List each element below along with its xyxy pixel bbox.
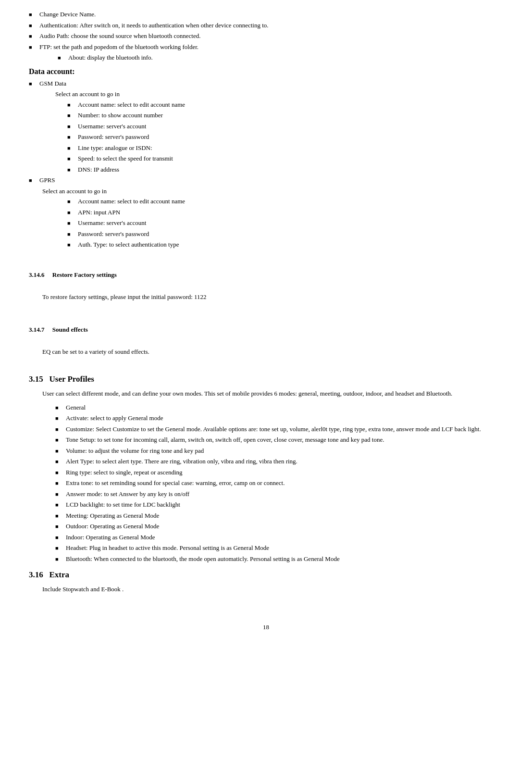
item-text: Bluetooth: When connected to the bluetoo… xyxy=(66,554,503,564)
item-text: Outdoor: Operating as General Mode xyxy=(66,522,503,531)
list-item: ■ APN: input APN xyxy=(67,208,503,217)
section-316-body: Include Stopwatch and E-Book . xyxy=(29,585,503,595)
bullet-icon: ■ xyxy=(55,544,66,552)
item-text: APN: input APN xyxy=(78,208,503,217)
bullet-icon: ■ xyxy=(67,230,78,238)
section-number: 3.15 xyxy=(29,374,43,384)
bullet-icon: ■ xyxy=(58,54,68,62)
item-text: Auth. Type: to select authentication typ… xyxy=(78,240,503,249)
list-item: ■ Username: server's account xyxy=(67,218,503,228)
gsm-sublabel: Select an account to go in xyxy=(29,89,503,99)
list-item: ■ Number: to show account number xyxy=(67,111,503,120)
list-item: ■ Customize: Select Customize to set the… xyxy=(55,424,503,434)
item-text: Answer mode: to set Answer by any key is… xyxy=(66,489,503,499)
gprs-label: GPRS xyxy=(39,175,503,185)
bullet-icon: ■ xyxy=(67,101,78,109)
section-315-heading: 3.15 User Profiles xyxy=(29,374,503,384)
gsm-items-list: ■ Account name: select to edit account n… xyxy=(29,100,503,174)
list-item: ■ Extra tone: to set reminding sound for… xyxy=(55,478,503,488)
gsm-label-item: ■ GSM Data xyxy=(29,79,503,88)
bullet-icon: ■ xyxy=(67,155,78,163)
list-item: ■ Answer mode: to set Answer by any key … xyxy=(55,489,503,499)
bullet-icon: ■ xyxy=(29,11,39,19)
bullet-icon: ■ xyxy=(67,144,78,152)
bullet-icon: ■ xyxy=(67,166,78,174)
list-item: ■ Headset: Plug in headset to active thi… xyxy=(55,543,503,553)
page-content: ■ Change Device Name. ■ Authentication: … xyxy=(29,10,503,631)
section-number: 3.14.7 xyxy=(29,326,45,333)
bullet-icon: ■ xyxy=(67,241,78,249)
bullet-icon: ■ xyxy=(55,414,66,423)
item-text: Ring type: select to single, repeat or a… xyxy=(66,468,503,477)
item-text: Line type: analogue or ISDN: xyxy=(78,143,503,153)
bullet-icon: ■ xyxy=(55,490,66,498)
item-text: General xyxy=(66,403,503,412)
list-item: ■ Outdoor: Operating as General Mode xyxy=(55,522,503,531)
section-3146-body: To restore factory settings, please inpu… xyxy=(29,292,503,302)
section-number: 3.16 xyxy=(29,570,43,579)
item-text: Meeting: Operating as General Mode xyxy=(66,511,503,521)
item-text: Audio Path: choose the sound source when… xyxy=(39,31,503,41)
list-item: ■ Activate: select to apply General mode xyxy=(55,413,503,423)
item-text: Volume: to adjust the volume for ring to… xyxy=(66,446,503,456)
list-item: ■ LCD backlight: to set time for LDC bac… xyxy=(55,500,503,510)
item-text: Change Device Name. xyxy=(39,10,503,19)
data-account-heading: Data account: xyxy=(29,67,503,76)
section-number: 3.14.6 xyxy=(29,271,45,278)
item-text: Authentication: After switch on, it need… xyxy=(39,21,503,30)
gprs-items-list: ■ Account name: select to edit account n… xyxy=(29,197,503,249)
bullet-icon: ■ xyxy=(55,425,66,434)
bullet-icon: ■ xyxy=(55,479,66,487)
bullet-icon: ■ xyxy=(55,458,66,466)
item-text: Activate: select to apply General mode xyxy=(66,413,503,423)
section-3147-body: EQ can be set to a variety of sound effe… xyxy=(29,347,503,357)
section-title: Sound effects xyxy=(52,326,88,333)
section-3146-heading: 3.14.6 Restore Factory settings xyxy=(29,271,503,279)
item-text: Username: server's account xyxy=(78,122,503,131)
item-text: Indoor: Operating as General Mode xyxy=(66,533,503,542)
bullet-icon: ■ xyxy=(67,209,78,217)
list-item: ■ Account name: select to edit account n… xyxy=(67,197,503,206)
list-item: ■ About: display the bluetooth info. xyxy=(29,53,503,62)
list-item: ■ Tone Setup: to set tone for incoming c… xyxy=(55,435,503,445)
bullet-icon: ■ xyxy=(55,447,66,455)
bullet-icon: ■ xyxy=(55,436,66,444)
item-text: Extra tone: to set reminding sound for s… xyxy=(66,478,503,488)
item-text: Speed: to select the speed for transmit xyxy=(78,154,503,163)
list-item: ■ Speed: to select the speed for transmi… xyxy=(67,154,503,163)
item-text: Account name: select to edit account nam… xyxy=(78,197,503,206)
gprs-label-item: ■ GPRS xyxy=(29,175,503,185)
item-text: Number: to show account number xyxy=(78,111,503,120)
item-text: Headset: Plug in headset to active this … xyxy=(66,543,503,553)
bullet-icon: ■ xyxy=(55,512,66,520)
gprs-sublabel: Select an account to go in xyxy=(29,187,503,196)
page-number: 18 xyxy=(29,623,503,631)
list-item: ■ Bluetooth: When connected to the bluet… xyxy=(55,554,503,564)
section-3147-heading: 3.14.7 Sound effects xyxy=(29,326,503,334)
bluetooth-list: ■ Change Device Name. ■ Authentication: … xyxy=(29,10,503,62)
bullet-icon: ■ xyxy=(67,133,78,141)
item-text: FTP: set the path and popedom of the blu… xyxy=(39,42,503,52)
list-item: ■ Auth. Type: to select authentication t… xyxy=(67,240,503,249)
item-text: Tone Setup: to set tone for incoming cal… xyxy=(66,435,503,445)
item-text: Alert Type: to select alert type. There … xyxy=(66,457,503,466)
list-item: ■ DNS: IP address xyxy=(67,165,503,174)
list-item: ■ Audio Path: choose the sound source wh… xyxy=(29,31,503,41)
bullet-icon: ■ xyxy=(67,219,78,227)
bullet-icon: ■ xyxy=(55,404,66,412)
bullet-icon: ■ xyxy=(55,501,66,509)
item-text: DNS: IP address xyxy=(78,165,503,174)
list-item: ■ Account name: select to edit account n… xyxy=(67,100,503,110)
list-item: ■ Line type: analogue or ISDN: xyxy=(67,143,503,153)
bullet-icon: ■ xyxy=(55,523,66,531)
bullet-icon: ■ xyxy=(67,123,78,131)
bullet-icon: ■ xyxy=(29,176,39,185)
list-item: ■ Volume: to adjust the volume for ring … xyxy=(55,446,503,456)
list-item: ■ Password: server's password xyxy=(67,132,503,142)
item-text: LCD backlight: to set time for LDC backl… xyxy=(66,500,503,510)
item-text: Customize: Select Customize to set the G… xyxy=(66,424,503,434)
bullet-icon: ■ xyxy=(55,555,66,563)
item-text: Password: server's password xyxy=(78,132,503,142)
bullet-icon: ■ xyxy=(67,198,78,206)
list-item: ■ Password: server's password xyxy=(67,229,503,239)
